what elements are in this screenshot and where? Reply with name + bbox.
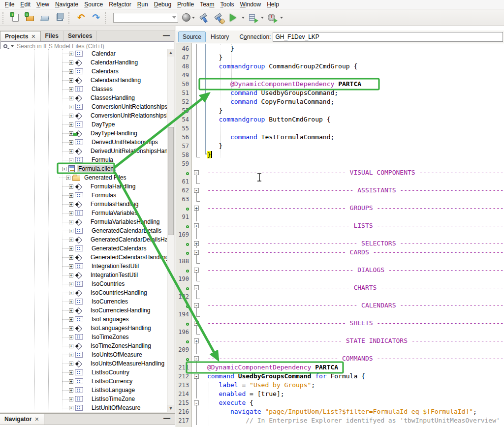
code-fold-column[interactable] — [191, 213, 203, 221]
tree-item-listisotimezone[interactable]: +ListIsoTimeZone — [0, 395, 167, 403]
expand-toggle[interactable]: + — [69, 140, 73, 145]
code-fold-column[interactable] — [191, 328, 203, 336]
expand-toggle[interactable]: + — [69, 282, 73, 286]
tree-item-isounitsofmeasurehandling[interactable]: +IsoUnitsOfMeasureHandling — [0, 359, 167, 368]
tree-item-listisocurrency[interactable]: +ListIsoCurrency — [0, 377, 167, 386]
code-line-54[interactable]: 54 commandgroup ButtonCmdGroup { — [176, 115, 504, 124]
code-line-55[interactable]: 55 — [176, 124, 504, 133]
code-line-194[interactable]: 194 — [176, 310, 504, 319]
menu-file[interactable]: File — [2, 0, 17, 9]
code-line-61[interactable]: 61 — [176, 177, 504, 186]
tree-item-conversionunitrelationshipshandling[interactable]: +ConversionUnitRelationshipsHandling — [0, 111, 167, 120]
services-globe-button[interactable] — [181, 11, 196, 25]
code-line-53[interactable]: 53 } — [176, 106, 504, 115]
configuration-combobox[interactable] — [113, 13, 178, 23]
expand-toggle[interactable]: + — [69, 335, 73, 339]
code-fold-column[interactable]: - — [191, 283, 203, 292]
tree-item-integrationtestutil[interactable]: +IntegrationTestUtil — [0, 262, 167, 271]
code-line-section[interactable]: +------------------------------------- L… — [176, 221, 504, 230]
code-line-213[interactable]: 213 label = "Used by Groups"; — [176, 381, 504, 390]
expand-toggle[interactable]: + — [69, 229, 73, 233]
code-area[interactable]: 46 }47 }48 commandgroup CommandGroup2Cmd… — [176, 43, 504, 427]
tree-item-listisocountry[interactable]: +ListIsoCountry — [0, 368, 167, 377]
search-icon[interactable] — [3, 44, 7, 48]
expand-toggle[interactable]: + — [69, 246, 73, 251]
code-line-217[interactable]: 217 // In Enterprise Explorer identifyed… — [176, 416, 504, 425]
menu-team[interactable]: Team — [197, 0, 217, 9]
expand-toggle[interactable]: + — [69, 52, 73, 56]
code-line-46[interactable]: 46 } — [176, 44, 504, 53]
code-fold-column[interactable] — [191, 310, 203, 319]
menu-refactor[interactable]: Refactor — [106, 0, 134, 9]
code-line-216[interactable]: 216 navigate "page/InputUom/List?$filter… — [176, 407, 504, 416]
expand-toggle[interactable]: + — [69, 238, 73, 242]
tab-services[interactable]: Services — [63, 31, 97, 41]
tree-item-isolanguages[interactable]: +IsoLanguages — [0, 315, 167, 324]
expand-toggle[interactable]: + — [69, 114, 73, 118]
code-line-59[interactable]: 59 — [176, 159, 504, 168]
code-fold-column[interactable] — [191, 53, 203, 62]
expand-toggle[interactable]: + — [69, 344, 73, 348]
fold-collapse-box[interactable]: - — [194, 268, 199, 273]
code-line-209[interactable]: 209 — [176, 345, 504, 354]
fold-collapse-box[interactable]: - — [194, 250, 199, 255]
menu-run[interactable]: Run — [134, 0, 151, 9]
code-fold-column[interactable] — [191, 133, 203, 142]
code-fold-column[interactable] — [191, 151, 203, 159]
code-fold-column[interactable] — [191, 106, 203, 115]
code-fold-column[interactable] — [191, 97, 203, 106]
expand-toggle[interactable]: + — [69, 78, 73, 83]
tree-item-isounitsofmeasure[interactable]: +IsoUnitsOfMeasure — [0, 350, 167, 359]
tree-item-calendars[interactable]: +Calendars — [0, 67, 167, 76]
fold-collapse-box[interactable]: - — [194, 400, 199, 405]
scrollbar-thumb[interactable] — [168, 127, 174, 235]
code-fold-column[interactable] — [191, 62, 203, 71]
tree-item-listunitofmeasure[interactable]: +ListUnitOfMeasure — [0, 403, 167, 412]
expand-toggle[interactable]: + — [69, 69, 73, 74]
tab-files[interactable]: Files — [41, 31, 63, 41]
code-line-section[interactable]: ------------------------------------- CA… — [176, 248, 504, 257]
expand-toggle[interactable]: + — [69, 388, 73, 393]
tree-scrollbar[interactable]: ▲ ▼ — [167, 49, 174, 412]
code-line-56[interactable]: 56 command TestFormulaCommand; — [176, 133, 504, 142]
code-fold-column[interactable] — [191, 363, 203, 372]
code-fold-column[interactable] — [191, 89, 203, 97]
tree-item-generatedcalendars[interactable]: +GeneratedCalendars — [0, 244, 167, 253]
tree-item-classes[interactable]: +Classes — [0, 85, 167, 93]
code-fold-column[interactable]: - — [191, 398, 203, 407]
expand-toggle[interactable]: + — [69, 184, 73, 189]
code-line-58[interactable]: 58} — [176, 151, 504, 159]
menu-debug[interactable]: Debug — [151, 0, 174, 9]
code-line-214[interactable]: 214 enabled = [true]; — [176, 390, 504, 398]
tree-item-formulas[interactable]: +Formulas — [0, 191, 167, 200]
code-fold-column[interactable] — [191, 381, 203, 390]
code-line-211[interactable]: 211@DynamicComponentDependency PARTCA — [176, 363, 504, 372]
code-fold-column[interactable]: + — [191, 221, 203, 230]
code-line-section[interactable]: +---------------------------------------… — [176, 239, 504, 248]
fold-collapse-box[interactable]: - — [194, 188, 199, 193]
code-line-section[interactable]: ----------------------------------------… — [176, 301, 504, 310]
close-icon[interactable]: ✕ — [31, 33, 35, 41]
code-fold-column[interactable] — [191, 416, 203, 425]
code-fold-column[interactable] — [191, 274, 203, 283]
history-view-button[interactable]: History — [207, 32, 233, 42]
tree-item-calendarhandling[interactable]: +CalendarHandling — [0, 58, 167, 67]
tree-item-isocountries[interactable]: +IsoCountries — [0, 279, 167, 288]
code-line-section[interactable]: -------------------------------------- C… — [176, 283, 504, 292]
code-fold-column[interactable] — [191, 80, 203, 89]
source-view-button[interactable]: Source — [178, 31, 206, 42]
code-line-section[interactable]: +----------------------------------- STA… — [176, 336, 504, 345]
code-fold-column[interactable] — [191, 345, 203, 354]
code-line-169[interactable]: 169 — [176, 230, 504, 239]
expand-toggle[interactable]: + — [69, 264, 73, 269]
new-file-button[interactable]: + — [8, 11, 23, 25]
code-fold-column[interactable]: - — [191, 301, 203, 310]
expand-toggle[interactable]: + — [69, 317, 73, 322]
code-fold-column[interactable] — [191, 195, 203, 204]
code-fold-column[interactable] — [191, 407, 203, 416]
expand-toggle[interactable]: + — [69, 105, 73, 109]
code-fold-column[interactable]: - — [191, 168, 203, 177]
tree-item-generated-files[interactable]: +Generated Files — [0, 173, 167, 182]
expand-toggle[interactable]: + — [69, 397, 73, 401]
undo-button[interactable]: ↶ — [74, 11, 89, 25]
